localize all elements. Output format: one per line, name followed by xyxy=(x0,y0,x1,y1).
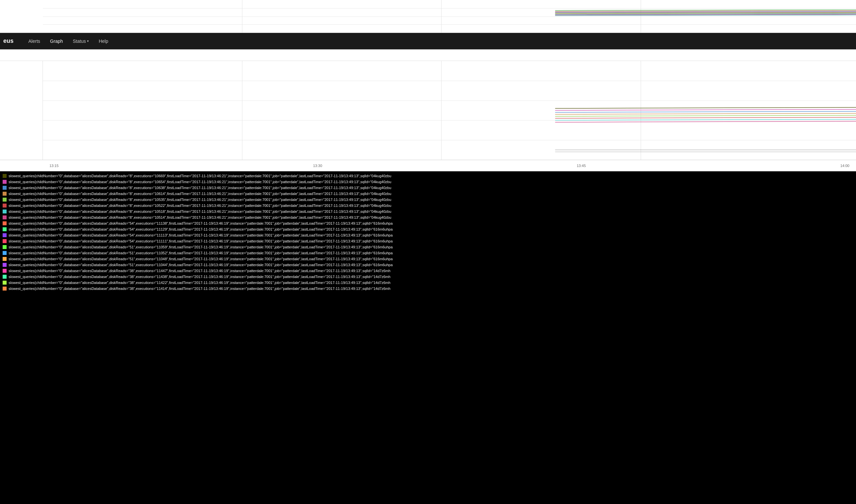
legend-item[interactable]: slowest_queries{childNumber="0",database… xyxy=(0,203,856,209)
legend-item-text: slowest_queries{childNumber="0",database… xyxy=(8,203,391,208)
chart-container: 13:15 13:30 13:45 14:00 xyxy=(0,61,856,171)
legend-item-text: slowest_queries{childNumber="0",database… xyxy=(8,174,391,178)
legend-item-text: slowest_queries{childNumber="0",database… xyxy=(8,233,393,237)
legend-color-swatch xyxy=(3,210,6,214)
legend-color-swatch xyxy=(3,233,6,237)
navbar-nav: Alerts Graph Status ▾ Help xyxy=(23,33,113,49)
nav-item-graph[interactable]: Graph xyxy=(45,33,68,49)
legend-item[interactable]: slowest_queries{childNumber="0",database… xyxy=(0,268,856,274)
dropdown-arrow-icon: ▾ xyxy=(87,39,89,43)
legend-item[interactable]: slowest_queries{childNumber="0",database… xyxy=(0,209,856,214)
legend-item[interactable]: slowest_queries{childNumber="0",database… xyxy=(0,280,856,286)
legend-item[interactable]: slowest_queries{childNumber="0",database… xyxy=(0,185,856,191)
legend-item-text: slowest_queries{childNumber="0",database… xyxy=(8,269,390,273)
legend-item-text: slowest_queries{childNumber="0",database… xyxy=(8,227,393,231)
legend-item-text: slowest_queries{childNumber="0",database… xyxy=(8,186,391,190)
nav-alerts-label: Alerts xyxy=(28,38,40,44)
legend-item[interactable]: slowest_queries{childNumber="0",database… xyxy=(0,244,856,250)
svg-line-12 xyxy=(555,115,856,116)
legend-item[interactable]: slowest_queries{childNumber="0",database… xyxy=(0,250,856,256)
legend-item-text: slowest_queries{childNumber="0",database… xyxy=(8,281,390,285)
legend-item[interactable]: slowest_queries{childNumber="0",database… xyxy=(0,232,856,238)
legend-area: slowest_queries{childNumber="0",database… xyxy=(0,171,856,293)
legend-item-text: slowest_queries{childNumber="0",database… xyxy=(8,198,391,202)
legend-item[interactable]: slowest_queries{childNumber="0",database… xyxy=(0,173,856,179)
nav-item-status[interactable]: Status ▾ xyxy=(68,33,94,49)
legend-color-swatch xyxy=(3,275,6,279)
legend-item[interactable]: slowest_queries{childNumber="0",database… xyxy=(0,220,856,226)
legend-item-text: slowest_queries{childNumber="0",database… xyxy=(8,275,390,279)
legend-item-text: slowest_queries{childNumber="0",database… xyxy=(8,245,393,249)
legend-color-swatch xyxy=(3,192,6,196)
legend-color-swatch xyxy=(3,180,6,184)
nav-status-label: Status ▾ xyxy=(73,38,89,44)
legend-color-swatch xyxy=(3,263,6,267)
svg-line-9 xyxy=(555,109,856,110)
plot-area xyxy=(43,61,856,160)
legend-item[interactable]: slowest_queries{childNumber="0",database… xyxy=(0,191,856,197)
legend-color-swatch xyxy=(3,186,6,190)
legend-item-text: slowest_queries{childNumber="0",database… xyxy=(8,180,391,184)
legend-item[interactable]: slowest_queries{childNumber="0",database… xyxy=(0,226,856,232)
svg-line-8 xyxy=(555,107,856,108)
legend-item[interactable]: slowest_queries{childNumber="0",database… xyxy=(0,238,856,244)
legend-color-swatch xyxy=(3,227,6,231)
legend-color-swatch xyxy=(3,245,6,249)
legend-item-text: slowest_queries{childNumber="0",database… xyxy=(8,257,393,261)
nav-help-label: Help xyxy=(99,38,108,44)
legend-item[interactable]: slowest_queries{childNumber="0",database… xyxy=(0,262,856,268)
legend-color-swatch xyxy=(3,257,6,261)
legend-item-text: slowest_queries{childNumber="0",database… xyxy=(8,192,391,196)
svg-line-14 xyxy=(555,119,856,120)
legend-color-swatch xyxy=(3,251,6,255)
legend-color-swatch xyxy=(3,174,6,178)
svg-line-10 xyxy=(555,111,856,112)
svg-line-15 xyxy=(555,121,856,122)
chart-toolbar xyxy=(0,49,856,61)
legend-item[interactable]: slowest_queries{childNumber="0",database… xyxy=(0,256,856,262)
legend-color-swatch xyxy=(3,203,6,208)
legend-item-text: slowest_queries{childNumber="0",database… xyxy=(8,221,393,225)
legend-color-swatch xyxy=(3,269,6,273)
legend-item[interactable]: slowest_queries{childNumber="0",database… xyxy=(0,286,856,291)
legend-color-swatch xyxy=(3,198,6,202)
graph-top-partial xyxy=(0,0,856,33)
legend-item[interactable]: slowest_queries{childNumber="0",database… xyxy=(0,214,856,220)
legend-color-swatch xyxy=(3,287,6,290)
legend-item-text: slowest_queries{childNumber="0",database… xyxy=(8,263,393,267)
nav-graph-label: Graph xyxy=(50,38,63,44)
legend-color-swatch xyxy=(3,221,6,225)
time-axis: 13:15 13:30 13:45 14:00 xyxy=(0,160,856,171)
svg-line-11 xyxy=(555,113,856,114)
navbar: eus Alerts Graph Status ▾ Help xyxy=(0,33,856,49)
legend-item-text: slowest_queries{childNumber="0",database… xyxy=(8,210,391,214)
legend-color-swatch xyxy=(3,239,6,243)
time-label-1330: 13:30 xyxy=(313,164,322,168)
svg-line-13 xyxy=(555,117,856,118)
legend-item-text: slowest_queries{childNumber="0",database… xyxy=(8,215,391,219)
svg-line-0 xyxy=(555,10,856,11)
legend-item[interactable]: slowest_queries{childNumber="0",database… xyxy=(0,179,856,185)
svg-line-1 xyxy=(555,11,856,12)
legend-item-text: slowest_queries{childNumber="0",database… xyxy=(8,239,393,243)
legend-color-swatch xyxy=(3,215,6,219)
legend-item-text: slowest_queries{childNumber="0",database… xyxy=(8,287,390,290)
legend-item[interactable]: slowest_queries{childNumber="0",database… xyxy=(0,197,856,203)
chart-grid xyxy=(0,61,856,160)
y-axis xyxy=(0,61,43,160)
time-axis-inner: 13:15 13:30 13:45 14:00 xyxy=(43,164,856,168)
time-label-1345: 13:45 xyxy=(577,164,586,168)
time-label-1400: 14:00 xyxy=(840,164,850,168)
legend-color-swatch xyxy=(3,281,6,285)
nav-item-alerts[interactable]: Alerts xyxy=(23,33,45,49)
legend-item-text: slowest_queries{childNumber="0",database… xyxy=(8,251,393,255)
navbar-brand: eus xyxy=(3,38,14,44)
legend-item[interactable]: slowest_queries{childNumber="0",database… xyxy=(0,274,856,280)
nav-item-help[interactable]: Help xyxy=(93,33,113,49)
chart-svg xyxy=(43,61,856,160)
time-label-1315: 13:15 xyxy=(49,164,59,168)
